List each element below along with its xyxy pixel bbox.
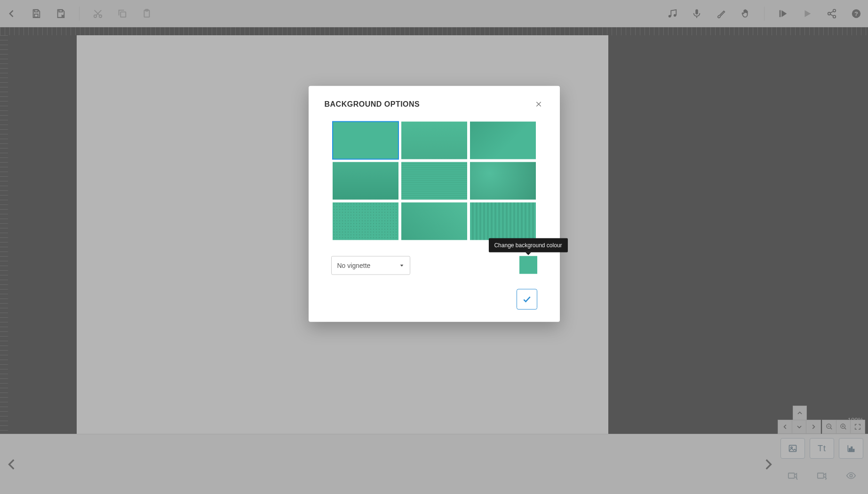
background-options-dialog: BACKGROUND OPTIONS No vignette Change ba… [309,86,560,322]
texture-swatch[interactable] [470,122,536,159]
texture-swatch-grid [325,122,544,240]
texture-swatch[interactable] [470,203,536,240]
texture-swatch[interactable] [333,162,398,200]
vignette-select[interactable]: No vignette [331,256,410,275]
texture-swatch[interactable] [470,162,536,200]
vignette-select-value: No vignette [337,262,371,269]
texture-swatch[interactable] [333,122,398,159]
confirm-button[interactable] [517,289,537,310]
texture-swatch[interactable] [401,162,467,200]
texture-swatch[interactable] [333,203,398,240]
color-tooltip: Change background colour [488,238,567,252]
dialog-title: BACKGROUND OPTIONS [325,100,420,109]
background-color-chip[interactable] [519,256,537,274]
svg-marker-27 [400,265,403,267]
texture-swatch[interactable] [401,203,467,240]
texture-swatch[interactable] [401,122,467,159]
close-icon[interactable] [534,99,544,110]
